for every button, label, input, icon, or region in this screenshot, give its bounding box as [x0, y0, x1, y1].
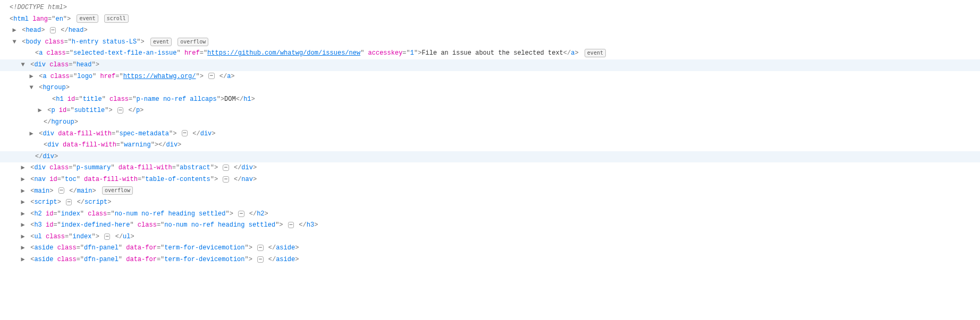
expand-icon[interactable]: ▶ [20, 174, 26, 186]
dom-node-div-head[interactable]: ▼ <div class="head"> [0, 59, 980, 71]
ellipsis-icon[interactable]: ⋯ [288, 222, 294, 228]
expand-icon[interactable]: ▶ [20, 243, 26, 254]
ellipsis-icon[interactable]: ⋯ [223, 176, 229, 183]
dom-node-head[interactable]: ▶ <head> ⋯ </head> [0, 25, 980, 37]
dom-node-hgroup[interactable]: ▼ <hgroup> [0, 82, 980, 94]
dom-node-aside-1[interactable]: ▶ <aside class="dfn-panel" data-for="ter… [0, 243, 980, 254]
expand-icon[interactable]: ▶ [29, 128, 34, 140]
dom-node-aside-2[interactable]: ▶ <aside class="dfn-panel" data-for="ter… [0, 254, 980, 266]
dom-node-h2-index[interactable]: ▶ <h2 id="index" class="no-num no-ref he… [0, 209, 980, 220]
ellipsis-icon[interactable]: ⋯ [117, 107, 123, 114]
expand-icon[interactable]: ▶ [20, 162, 26, 174]
dom-node-div-head-close[interactable]: </div> [0, 151, 980, 163]
event-badge[interactable]: event [585, 49, 606, 57]
dom-node-div-warning[interactable]: <div data-fill-with="warning"></div> [0, 140, 980, 151]
dom-node-body[interactable]: ▼ <body class="h-entry status-LS"> event… [0, 37, 980, 48]
dom-node-a-issue[interactable]: <a class="selected-text-file-an-issue" h… [0, 48, 980, 59]
collapse-icon[interactable]: ▼ [20, 59, 26, 71]
expand-icon[interactable]: ▶ [20, 209, 26, 220]
overflow-badge[interactable]: overflow [102, 186, 133, 195]
collapse-icon[interactable]: ▼ [29, 82, 34, 94]
expand-icon[interactable]: ▶ [20, 254, 26, 266]
expand-icon[interactable]: ▶ [37, 105, 43, 117]
dom-node-ul-index[interactable]: ▶ <ul class="index"> ⋯ </ul> [0, 231, 980, 243]
expand-icon[interactable]: ▶ [20, 231, 26, 243]
expand-icon[interactable]: ▶ [20, 220, 26, 231]
ellipsis-icon[interactable]: ⋯ [182, 130, 188, 136]
dom-node-script[interactable]: ▶ <script> ⋯ </script> [0, 197, 980, 209]
doctype-text: <!DOCTYPE html> [10, 4, 67, 11]
ellipsis-icon[interactable]: ⋯ [257, 256, 263, 263]
ellipsis-icon[interactable]: ⋯ [208, 73, 214, 79]
dom-node-hgroup-close[interactable]: </hgroup> [0, 117, 980, 128]
ellipsis-icon[interactable]: ⋯ [223, 165, 229, 171]
event-badge[interactable]: event [150, 38, 172, 46]
dom-node-div-spec-metadata[interactable]: ▶ <div data-fill-with="spec-metadata"> ⋯… [0, 128, 980, 140]
dom-node-html[interactable]: <html lang="en"> event scroll [0, 14, 980, 25]
ellipsis-icon[interactable]: ⋯ [66, 199, 72, 205]
event-badge[interactable]: event [77, 14, 98, 23]
dom-node-doctype[interactable]: <!DOCTYPE html> [0, 2, 980, 14]
dom-node-a-logo[interactable]: ▶ <a class="logo" href="https://whatwg.o… [0, 71, 980, 83]
dom-node-nav-toc[interactable]: ▶ <nav id="toc" data-fill-with="table-of… [0, 174, 980, 186]
ellipsis-icon[interactable]: ⋯ [257, 245, 263, 251]
dom-node-div-summary[interactable]: ▶ <div class="p-summary" data-fill-with=… [0, 162, 980, 174]
dom-node-h3-index-defined[interactable]: ▶ <h3 id="index-defined-here" class="no-… [0, 220, 980, 231]
ellipsis-icon[interactable]: ⋯ [50, 27, 56, 33]
ellipsis-icon[interactable]: ⋯ [58, 187, 64, 194]
ellipsis-icon[interactable]: ⋯ [104, 233, 110, 240]
ellipsis-icon[interactable]: ⋯ [238, 211, 244, 217]
dom-node-h1-title[interactable]: <h1 id="title" class="p-name no-ref allc… [0, 94, 980, 106]
dom-node-p-subtitle[interactable]: ▶ <p id="subtitle"> ⋯ </p> [0, 105, 980, 117]
overflow-badge[interactable]: overflow [178, 38, 208, 46]
scroll-badge[interactable]: scroll [104, 14, 129, 23]
expand-icon[interactable]: ▶ [20, 197, 26, 209]
dom-node-main[interactable]: ▶ <main> ⋯ </main> overflow [0, 186, 980, 197]
expand-icon[interactable]: ▶ [12, 25, 17, 37]
expand-icon[interactable]: ▶ [29, 71, 34, 83]
expand-icon[interactable]: ▶ [20, 186, 26, 197]
collapse-icon[interactable]: ▼ [12, 37, 17, 48]
